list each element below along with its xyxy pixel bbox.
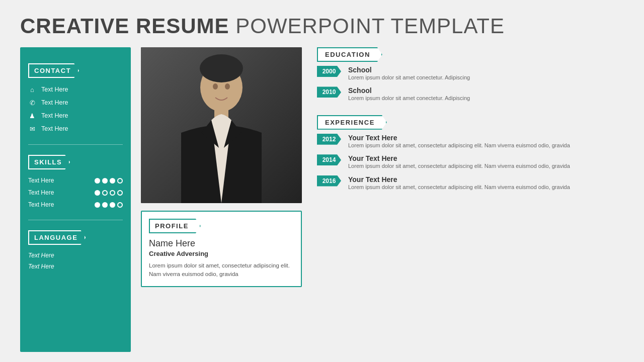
profile-description: Lorem ipsum dolor sit amet, consectetur …: [149, 261, 294, 279]
contact-item-email: ✉ Text Here: [20, 122, 131, 135]
experience-text-1: Your Text Here Lorem ipsum dolor sit ame…: [348, 134, 570, 149]
profile-photo: [141, 47, 302, 203]
skill-row-2: Text Here: [20, 187, 131, 199]
dot-filled: [110, 202, 115, 208]
exp-desc-3: Lorem ipsum dolor sit amet, consectetur …: [348, 184, 570, 191]
center-column: PROFILE Name Here Creative Adversing Lor…: [141, 47, 302, 352]
svg-point-4: [200, 54, 243, 82]
sidebar: CONTACT ⌂ Text Here ✆ Text Here ♟ Text H…: [20, 47, 131, 352]
skill-row-1: Text Here: [20, 174, 131, 187]
dot-filled: [95, 190, 100, 196]
profile-tag: PROFILE: [149, 219, 201, 233]
contact-text-4: Text Here: [41, 125, 68, 132]
contact-section: CONTACT ⌂ Text Here ✆ Text Here ♟ Text H…: [20, 57, 131, 140]
skill-dots-2: [95, 190, 123, 196]
education-text-2: School Lorem ipsum dolor sit amet conect…: [348, 86, 470, 102]
education-item-1: 2000 School Lorem ipsum dolor sit amet c…: [317, 66, 624, 81]
exp-title-3: Your Text Here: [348, 175, 570, 184]
skill-dots-1: [95, 178, 123, 184]
year-2000: 2000: [317, 66, 341, 77]
profile-name: Name Here: [149, 238, 294, 249]
skill-label-2: Text Here: [28, 189, 54, 196]
exp-desc-1: Lorem ipsum dolor sit amet, consectetur …: [348, 142, 570, 149]
person-svg: [141, 47, 302, 203]
dot-filled: [102, 202, 108, 208]
dot-filled: [95, 178, 100, 184]
user-icon: ♟: [28, 112, 36, 120]
experience-text-3: Your Text Here Lorem ipsum dolor sit ame…: [348, 175, 570, 191]
page-title: CREATIVE RESUME POWERPOINT TEMPLATE: [20, 14, 624, 38]
divider-2: [28, 220, 123, 220]
dot-filled: [95, 202, 100, 208]
profile-header: PROFILE: [149, 219, 294, 233]
dot-filled: [102, 178, 108, 184]
contact-text-3: Text Here: [41, 112, 68, 119]
dot-empty: [117, 202, 123, 208]
skill-row-3: Text Here: [20, 199, 131, 211]
svg-point-6: [225, 83, 230, 89]
dot-empty: [110, 190, 115, 196]
exp-title-2: Your Text Here: [348, 154, 570, 162]
year-2016: 2016: [317, 175, 341, 187]
education-item-2: 2010 School Lorem ipsum dolor sit amet c…: [317, 86, 624, 102]
school-desc-2: Lorem ipsum dolor sit amet conectetur. A…: [348, 95, 470, 102]
right-column: EDUCATION 2000 School Lorem ipsum dolor …: [312, 47, 624, 352]
language-item-2: Text Here: [20, 261, 131, 272]
profile-job-title: Creative Adversing: [149, 250, 294, 257]
phone-icon: ✆: [28, 99, 36, 107]
exp-desc-2: Lorem ipsum dolor sit amet, consectetur …: [348, 162, 570, 170]
home-icon: ⌂: [28, 85, 36, 94]
school-desc-1: Lorem ipsum dolor sit amet conectetur. A…: [348, 74, 470, 81]
education-text-1: School Lorem ipsum dolor sit amet conect…: [348, 66, 470, 81]
contact-label: CONTACT: [28, 63, 79, 78]
education-block: EDUCATION 2000 School Lorem ipsum dolor …: [317, 47, 624, 108]
svg-point-5: [213, 83, 218, 89]
language-section: LANGUAGE Text Here Text Here: [20, 224, 131, 277]
experience-item-1: 2012 Your Text Here Lorem ipsum dolor si…: [317, 134, 624, 149]
skill-dots-3: [95, 202, 123, 208]
language-header: LANGUAGE: [28, 230, 123, 245]
experience-item-2: 2014 Your Text Here Lorem ipsum dolor si…: [317, 154, 624, 170]
year-2014: 2014: [317, 154, 341, 165]
profile-box: PROFILE Name Here Creative Adversing Lor…: [141, 211, 302, 287]
contact-item-user: ♟ Text Here: [20, 109, 131, 122]
skill-label-3: Text Here: [28, 201, 54, 208]
contact-header: CONTACT: [28, 63, 123, 78]
title-light: POWERPOINT TEMPLATE: [229, 14, 505, 38]
experience-label: EXPERIENCE: [317, 115, 387, 130]
contact-text-1: Text Here: [41, 86, 68, 93]
email-icon: ✉: [28, 125, 36, 133]
language-item-1: Text Here: [20, 250, 131, 261]
contact-text-2: Text Here: [41, 99, 68, 106]
school-2: School: [348, 86, 470, 95]
contact-item-address: ⌂ Text Here: [20, 83, 131, 96]
title-bold: CREATIVE RESUME: [20, 14, 229, 38]
divider-1: [28, 144, 123, 145]
year-2010: 2010: [317, 86, 341, 98]
language-label: LANGUAGE: [28, 230, 86, 245]
experience-text-2: Your Text Here Lorem ipsum dolor sit ame…: [348, 154, 570, 170]
skills-header: SKILLS: [28, 155, 123, 169]
dot-filled: [110, 178, 115, 184]
experience-block: EXPERIENCE 2012 Your Text Here Lorem ips…: [317, 115, 624, 196]
main-content: CONTACT ⌂ Text Here ✆ Text Here ♟ Text H…: [0, 47, 644, 362]
dot-empty: [102, 190, 108, 196]
education-label: EDUCATION: [317, 47, 382, 62]
dot-empty: [117, 178, 123, 184]
contact-item-phone: ✆ Text Here: [20, 96, 131, 109]
dot-empty: [117, 190, 123, 196]
school-1: School: [348, 66, 470, 74]
experience-header: EXPERIENCE: [317, 115, 624, 130]
year-2012: 2012: [317, 134, 341, 145]
exp-title-1: Your Text Here: [348, 134, 570, 142]
experience-item-3: 2016 Your Text Here Lorem ipsum dolor si…: [317, 175, 624, 191]
page-header: CREATIVE RESUME POWERPOINT TEMPLATE: [0, 0, 644, 47]
education-header: EDUCATION: [317, 47, 624, 62]
skills-section: SKILLS Text Here Text Here: [20, 149, 131, 216]
skill-label-1: Text Here: [28, 177, 54, 184]
skills-label: SKILLS: [28, 155, 70, 169]
